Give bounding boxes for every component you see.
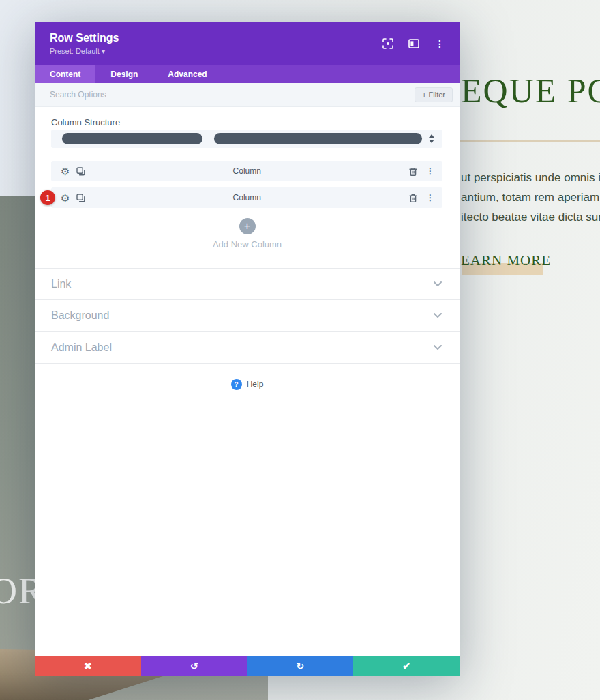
column-row-left-icons: ⚙ bbox=[61, 166, 85, 177]
modal-body: Column Structure ⚙ Column bbox=[35, 107, 460, 656]
preset-dropdown[interactable]: Preset: Default ▾ bbox=[50, 47, 382, 56]
learn-more-button[interactable]: EARN MORE bbox=[450, 252, 600, 279]
modal-footer: ✖ ↺ ↻ ✔ bbox=[35, 656, 460, 676]
paragraph-line: itecto beatae vitae dicta sunt exp bbox=[461, 207, 600, 227]
column-duplicate-icon[interactable] bbox=[76, 194, 85, 202]
column-row-right-icons: ⋮ bbox=[408, 166, 434, 177]
column-row-label: Column bbox=[85, 193, 408, 202]
column-structure-bar-1 bbox=[62, 133, 202, 144]
row-settings-modal: Row Settings Preset: Default ▾ ⋮ bbox=[35, 22, 460, 676]
section-link[interactable]: Link bbox=[35, 268, 460, 300]
help-link[interactable]: ? Help bbox=[35, 379, 460, 390]
search-options-input[interactable] bbox=[50, 90, 415, 100]
column-row-1[interactable]: ⚙ Column ⋮ bbox=[51, 161, 442, 181]
undo-button[interactable]: ↺ bbox=[141, 656, 247, 676]
tab-advanced[interactable]: Advanced bbox=[153, 65, 222, 83]
page-title: EQUE PORT bbox=[461, 71, 600, 110]
close-icon: ✖ bbox=[84, 660, 92, 671]
column-structure-preview bbox=[62, 133, 422, 144]
column-options-kebab-icon[interactable]: ⋮ bbox=[426, 166, 434, 176]
column-structure-select[interactable] bbox=[51, 130, 442, 148]
redo-icon: ↻ bbox=[297, 660, 305, 671]
focus-mode-icon[interactable] bbox=[382, 37, 394, 50]
column-structure-label: Column Structure bbox=[51, 117, 120, 127]
chevron-down-icon bbox=[434, 313, 442, 318]
help-question-icon: ? bbox=[231, 379, 242, 390]
preset-label: Preset: Default bbox=[50, 47, 100, 55]
section-admin-label-label: Admin Label bbox=[51, 341, 434, 354]
tab-design[interactable]: Design bbox=[95, 65, 153, 83]
column-structure-bar-2 bbox=[214, 133, 422, 144]
learn-more-label: EARN MORE bbox=[461, 252, 551, 269]
section-link-label: Link bbox=[51, 278, 434, 290]
preset-caret-icon: ▾ bbox=[102, 47, 106, 55]
search-options-bar: + Filter bbox=[35, 83, 460, 107]
column-delete-trash-icon[interactable] bbox=[408, 193, 418, 203]
kebab-menu-icon[interactable]: ⋮ bbox=[434, 37, 446, 50]
stepper-down-icon bbox=[429, 140, 434, 143]
column-row-right-icons: ⋮ bbox=[408, 193, 434, 203]
undo-icon: ↺ bbox=[190, 660, 198, 671]
column-row-left-icons: ⚙ bbox=[61, 193, 85, 203]
chevron-down-icon bbox=[434, 345, 442, 350]
section-background-label: Background bbox=[51, 309, 434, 322]
modal-header-icons: ⋮ bbox=[382, 37, 446, 50]
modal-header: Row Settings Preset: Default ▾ ⋮ bbox=[35, 22, 460, 65]
cancel-button[interactable]: ✖ bbox=[35, 656, 141, 676]
column-row-2[interactable]: 1 ⚙ Column bbox=[51, 187, 442, 208]
annotation-badge-1: 1 bbox=[40, 190, 55, 205]
add-new-column-label: Add New Column bbox=[35, 239, 460, 249]
filter-button[interactable]: + Filter bbox=[415, 87, 453, 102]
split-view-icon[interactable] bbox=[408, 37, 420, 50]
tab-content[interactable]: Content bbox=[35, 65, 95, 83]
column-row-label: Column bbox=[85, 166, 408, 176]
column-settings-gear-icon[interactable]: ⚙ bbox=[61, 166, 70, 177]
redo-button[interactable]: ↻ bbox=[247, 656, 354, 676]
section-divider bbox=[460, 140, 600, 142]
stepper-up-icon bbox=[429, 134, 434, 138]
add-column-plus-button[interactable]: + bbox=[239, 218, 256, 234]
section-admin-label[interactable]: Admin Label bbox=[35, 332, 460, 364]
column-options-kebab-icon[interactable]: ⋮ bbox=[426, 193, 434, 202]
paragraph-line: antium, totam rem aperiam, eaqu bbox=[461, 187, 600, 207]
add-new-column: + Add New Column bbox=[35, 218, 460, 249]
save-button[interactable]: ✔ bbox=[353, 656, 460, 676]
modal-title: Row Settings bbox=[50, 31, 382, 45]
modal-header-texts: Row Settings Preset: Default ▾ bbox=[50, 31, 382, 56]
check-icon: ✔ bbox=[402, 660, 410, 671]
column-settings-gear-icon[interactable]: ⚙ bbox=[61, 193, 70, 203]
column-delete-trash-icon[interactable] bbox=[408, 166, 418, 177]
paragraph-line: ut perspiciatis unde omnis iste na bbox=[461, 168, 600, 187]
column-duplicate-icon[interactable] bbox=[76, 167, 85, 176]
page-paragraph: ut perspiciatis unde omnis iste na antiu… bbox=[461, 168, 600, 227]
select-stepper-icon bbox=[429, 134, 434, 143]
help-label: Help bbox=[247, 380, 264, 389]
chevron-down-icon bbox=[434, 281, 442, 287]
modal-tab-bar: Content Design Advanced bbox=[35, 65, 460, 83]
section-background[interactable]: Background bbox=[35, 300, 460, 332]
settings-sections: Link Background Admin Label bbox=[35, 268, 460, 364]
